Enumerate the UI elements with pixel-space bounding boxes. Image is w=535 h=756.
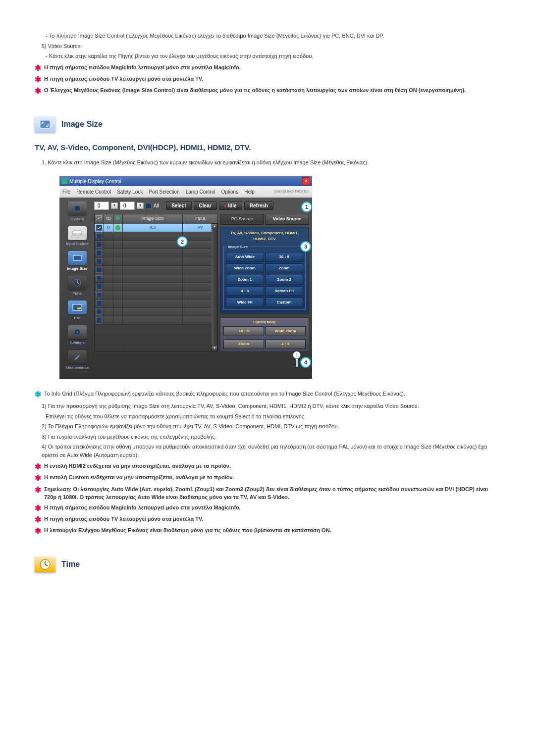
row-id: 0 [104,224,113,232]
btn-screen-fit[interactable]: Screen Fit [266,286,304,296]
brand-label: SAMSUNG DIGITall [272,187,311,197]
btn-custom[interactable]: Custom [266,298,304,307]
row-checkbox[interactable] [96,225,102,231]
grid-row-empty[interactable] [95,249,217,257]
svg-text:!: ! [296,352,298,358]
tab-pc-source[interactable]: PC Source [220,214,264,225]
svg-point-2 [74,205,80,211]
btn-zoom-1[interactable]: Zoom 1 [226,275,264,285]
grid-row-empty[interactable] [95,300,217,308]
time-icon [68,276,87,290]
system-icon [68,202,87,215]
star-icon: ✱ [35,86,41,96]
sidebar-pip[interactable]: PIP [62,300,92,322]
btn-16-9[interactable]: 16 : 9 [266,252,304,262]
menubar: File Remote Control Safety Lock Port Sel… [59,186,312,198]
titlebar[interactable]: Multiple Display Control ✕ [59,176,312,186]
grid-row-empty[interactable] [95,232,217,241]
scroll-down-icon[interactable]: ▼ [212,345,217,351]
spin-2[interactable]: 0 [120,202,135,210]
drop-2-icon[interactable]: ▼ [137,202,144,209]
grid-row-empty[interactable] [95,257,217,266]
star-icon: ✱ [35,485,41,495]
all-checkbox[interactable] [146,203,152,209]
intro-line1: - Το πλήκτρο Image Size Control (Έλεγχος… [35,32,500,40]
grid-row-empty[interactable] [95,291,217,300]
note-on: ✱ Η λειτουργία Ελέγχου Μεγέθους Εικόνας … [35,525,500,537]
close-icon[interactable]: ✕ [302,177,310,185]
sidebar-time[interactable]: Time [62,275,92,298]
btn-wide-fit[interactable]: Wide Fit [226,298,264,307]
list-3: 3) Για τυχαία εναλλαγή του μεγέθους εικό… [35,433,500,441]
clear-button[interactable]: Clear [194,202,217,210]
sidebar-maintenance[interactable]: Maintenance [62,349,92,372]
star-icon: ✱ [35,526,41,536]
item-5-desc: - Κάντε κλικ στην καρτέλα της Πηγής βίντ… [35,52,500,60]
btn-wide-zoom[interactable]: Wide Zoom [226,263,264,273]
btn-4-3[interactable]: 4 : 3 [226,286,264,296]
btn-auto-wide[interactable]: Auto Wide [226,252,264,262]
input-icon: source [68,226,87,240]
btn-p2-16-9[interactable]: 16 : 9 [223,326,264,336]
app-window: Multiple Display Control ✕ File Remote C… [59,176,312,379]
callout-3: 3 [300,241,311,252]
grid-row-0[interactable]: 0 4:3 AV [95,224,217,232]
menu-remote[interactable]: Remote Control [74,187,113,197]
sidebar: System source Input Source Image Size Ti… [62,201,92,372]
sidebar-input[interactable]: source Input Source [62,225,92,248]
menu-help[interactable]: Help [242,187,257,197]
menu-lamp[interactable]: Lamp Control [184,187,217,197]
header-image-size[interactable]: Image Size [123,214,183,224]
note-1: ✱ Η πηγή σήματος εισόδου MagicInfo λειτο… [35,62,500,74]
refresh-button[interactable]: Refresh [244,202,273,210]
btn-zoom[interactable]: Zoom [266,263,304,273]
panel2-header: Current Mode [223,320,306,325]
callout-4: 4 [300,357,311,368]
header-status[interactable] [113,214,123,224]
note-custom: ✱ Η εντολή Custom ενδέχεται να μην υποστ… [35,472,500,484]
fieldset-legend: Image Size [226,244,250,250]
panel-header: TV, AV, S-Video, Component, HDMI1, HDMI2… [223,229,306,244]
select-button[interactable]: Select [166,202,191,210]
sidebar-system[interactable]: System [62,201,92,223]
btn-p2-wide-zoom[interactable]: Wide Zoom [266,326,306,336]
svg-rect-8 [77,307,81,309]
grid-row-empty[interactable] [95,308,217,316]
star-icon: ✱ [35,515,41,524]
grid-row-empty[interactable] [95,241,217,249]
svg-point-10 [76,331,78,333]
list-1b: Επιλέγει τις οθόνες που θέλετε να προσαρ… [35,412,500,421]
grid-row-empty[interactable] [95,274,217,283]
idle-button[interactable]: Idle [219,202,242,210]
menu-options[interactable]: Options [219,187,240,197]
menu-port[interactable]: Port Selection [147,187,181,197]
image-size-icon [68,251,87,265]
grid-scrollbar[interactable]: ▲ ▼ [212,223,217,351]
grid-row-empty[interactable] [95,266,217,274]
window-title: Multiple Display Control [61,178,121,185]
note-magicinfo: ✱ Η πηγή σήματος εισόδου MagicInfo λειτο… [35,503,500,514]
step-1: 1. Κάντε κλικ στο Image Size (Μέγεθος Ει… [35,158,500,167]
scroll-up-icon[interactable]: ▲ [212,223,217,229]
note-autowide: ✱ Σημείωση: Οι λειτουργίες Auto Wide (Αυ… [35,484,500,503]
drop-1-icon[interactable]: ▼ [111,202,118,209]
header-id[interactable]: ID [104,214,113,224]
grid-row-empty[interactable] [95,316,217,325]
spin-1[interactable]: 0 [94,202,109,210]
menu-file[interactable]: File [60,187,72,197]
list-4: 4) Οι τρόποι απεικόνισης στην οθόνη μπορ… [35,443,500,459]
btn-p2-4-3[interactable]: 4 : 3 [266,339,306,349]
tab-video-source[interactable]: Video Source [265,214,309,225]
header-check[interactable] [95,214,104,224]
callout-1: 1 [301,202,312,212]
btn-zoom-2[interactable]: Zoom 2 [266,275,304,285]
sidebar-settings[interactable]: Settings [62,324,92,347]
header-input[interactable]: Input [183,214,217,224]
menu-safety[interactable]: Safety Lock [115,187,145,197]
sidebar-image-size[interactable]: Image Size [62,250,92,273]
note-hdmi2: ✱ Η εντολή HDMI2 ενδέχεται να μην υποστη… [35,461,500,472]
btn-p2-zoom[interactable]: Zoom [223,339,264,349]
grid-row-empty[interactable] [95,283,217,291]
info-grid: ID Image Size Input 0 4:3 AV [94,214,218,352]
section-image-size: Image Size [35,116,500,132]
